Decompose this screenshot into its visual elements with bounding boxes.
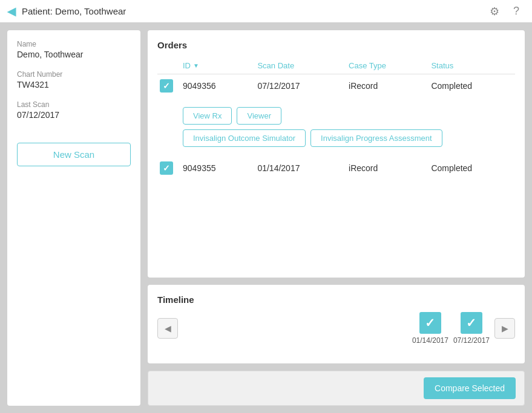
timeline-panel: Timeline ◀ ✓ 01/14/2017 ✓ 07/12/2017 xyxy=(148,285,525,363)
main-content: Name Demo, Toothwear Chart Number TW4321… xyxy=(0,23,532,413)
invisalign-simulator-button[interactable]: Invisalign Outcome Simulator xyxy=(183,129,306,147)
last-scan-value: 07/12/2017 xyxy=(17,110,131,120)
compare-selected-button[interactable]: Compare Selected xyxy=(424,377,516,399)
table-row: ✓ 9049356 07/12/2017 iRecord Completed xyxy=(157,74,515,98)
settings-icon[interactable]: ⚙ xyxy=(486,3,503,20)
row1-scan-date: 07/12/2017 xyxy=(252,74,344,98)
page-title: Patient: Demo, Toothwear xyxy=(22,6,126,16)
help-icon[interactable]: ? xyxy=(508,3,525,20)
row2-checkbox[interactable]: ✓ xyxy=(160,161,173,175)
right-panel: Orders ID ▼ Scan Date Case Type Stat xyxy=(148,30,525,406)
row2-status: Completed xyxy=(426,157,515,180)
viewer-button[interactable]: Viewer xyxy=(237,107,281,125)
row2-id: 9049355 xyxy=(178,157,252,180)
back-button[interactable]: ◀ xyxy=(7,5,16,18)
timeline-prev-button[interactable]: ◀ xyxy=(157,318,178,339)
timeline-content: ◀ ✓ 01/14/2017 ✓ 07/12/2017 ▶ xyxy=(157,312,515,345)
timeline-next-button[interactable]: ▶ xyxy=(494,318,515,339)
timeline-title: Timeline xyxy=(157,294,515,305)
timeline-item-2: ✓ 07/12/2017 xyxy=(453,312,490,345)
col-status: Status xyxy=(426,57,515,74)
compare-bar: Compare Selected xyxy=(148,371,525,406)
new-scan-button[interactable]: New Scan xyxy=(17,143,131,166)
header: ◀ Patient: Demo, Toothwear ⚙ ? xyxy=(0,0,532,23)
row1-checkbox[interactable]: ✓ xyxy=(160,79,173,93)
name-label: Name xyxy=(17,40,131,48)
name-field: Name Demo, Toothwear xyxy=(17,40,131,65)
action-row-1: View Rx Viewer Invisalign Outcome Simula… xyxy=(157,97,515,157)
chart-field: Chart Number TW4321 xyxy=(17,70,131,96)
orders-title: Orders xyxy=(157,40,515,50)
row2-case-type: iRecord xyxy=(344,157,426,180)
col-scan-date: Scan Date xyxy=(252,57,344,74)
last-scan-label: Last Scan xyxy=(17,100,131,109)
header-left: ◀ Patient: Demo, Toothwear xyxy=(7,5,126,18)
orders-panel: Orders ID ▼ Scan Date Case Type Stat xyxy=(148,30,525,278)
view-rx-button[interactable]: View Rx xyxy=(183,107,232,125)
name-value: Demo, Toothwear xyxy=(17,50,131,59)
timeline-checkbox-2[interactable]: ✓ xyxy=(461,312,482,334)
last-scan-field: Last Scan 07/12/2017 xyxy=(17,100,131,126)
sidebar: Name Demo, Toothwear Chart Number TW4321… xyxy=(7,30,140,406)
row1-id: 9049356 xyxy=(178,74,252,98)
table-row: ✓ 9049355 01/14/2017 iRecord Completed xyxy=(157,157,515,180)
header-icons: ⚙ ? xyxy=(486,3,525,20)
timeline-date-1: 01/14/2017 xyxy=(412,336,448,345)
chart-value: TW4321 xyxy=(17,80,131,89)
chart-label: Chart Number xyxy=(17,70,131,79)
row1-case-type: iRecord xyxy=(344,74,426,98)
timeline-checkbox-1[interactable]: ✓ xyxy=(419,312,441,334)
col-case-type: Case Type xyxy=(344,57,426,74)
orders-table: ID ▼ Scan Date Case Type Status xyxy=(157,57,515,180)
timeline-date-2: 07/12/2017 xyxy=(453,336,490,345)
invisalign-progress-button[interactable]: Invisalign Progress Assessment xyxy=(310,129,442,147)
col-id[interactable]: ID xyxy=(183,61,191,70)
timeline-item-1: ✓ 01/14/2017 xyxy=(412,312,448,345)
sort-icon: ▼ xyxy=(193,62,199,69)
row2-scan-date: 01/14/2017 xyxy=(252,157,344,180)
row1-status: Completed xyxy=(426,74,515,98)
